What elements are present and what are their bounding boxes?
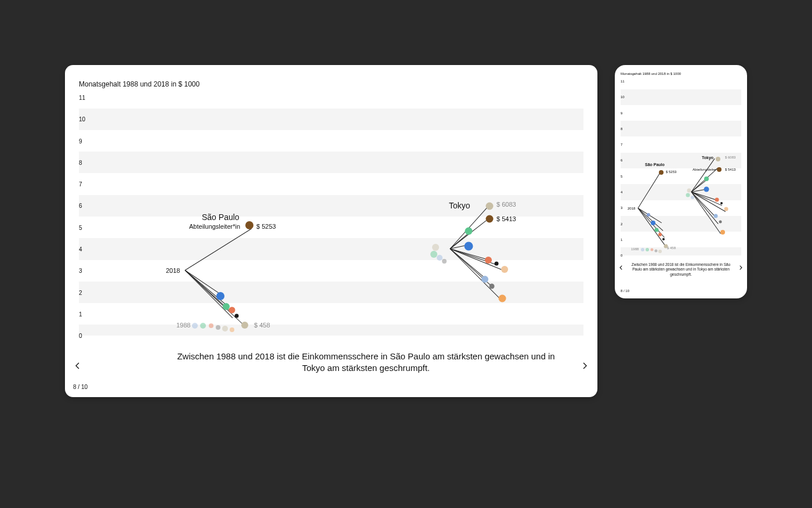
y-tick: 5 (79, 224, 82, 230)
tokyo-dot-1988 (432, 244, 439, 251)
desktop-preview: Monatsgehalt 1988 und 2018 in $ 1000 11 … (65, 65, 597, 397)
y-tick: 3 (621, 206, 622, 210)
tk-dot-m (714, 214, 718, 218)
tk-dot-black (495, 262, 499, 266)
tk-dot-m (704, 176, 709, 181)
y-tick: 0 (79, 333, 82, 339)
sp-dot-1988-m (646, 248, 649, 251)
tk-dot-1988-m (691, 196, 694, 199)
y-tick: 2 (79, 289, 82, 296)
tk-dot-peach (501, 266, 508, 273)
tk-dot-m (716, 157, 720, 161)
y-tick: 6 (621, 158, 622, 162)
sp-dot-m (655, 228, 659, 232)
y-tick: 10 (621, 95, 625, 99)
grid-stripe (79, 152, 583, 173)
grid-stripe (621, 121, 741, 136)
tk-dot-m (715, 198, 719, 202)
sp-dot-tan (241, 322, 248, 329)
sp-dot-red (229, 307, 235, 314)
y-tick: 11 (79, 95, 85, 101)
sp-dot-1988 (216, 325, 220, 330)
chart-area-desktop: 11 10 9 8 7 6 5 4 3 2 1 0 2018 1988 São … (79, 98, 583, 336)
chart-title: Monatsgehalt 1988 und 2018 in $ 1000 (79, 80, 200, 88)
tk-dot-1988-m (687, 189, 691, 193)
year-label-1988-mobile: 1988 (631, 247, 639, 251)
city-label-sao-paulo: São Paulo (202, 212, 240, 222)
tk-dot-m (724, 207, 728, 211)
y-tick: 3 (79, 268, 82, 274)
tk-dot-m (717, 167, 722, 172)
role-label-abt: Abteilungsleiter*in (189, 223, 240, 230)
tokyo-dot-1988 (442, 259, 447, 264)
sp-dot-m (659, 170, 664, 175)
chart-title-mobile: Monatsgehalt 1988 und 2018 in $ 1000 (621, 72, 681, 75)
tk-dot-1988-m (686, 193, 690, 197)
tk-dot-m (720, 202, 723, 204)
next-button-mobile[interactable] (737, 264, 745, 272)
chart-area-mobile: 11 10 9 8 7 6 5 4 3 2 1 0 2018 1988 São … (621, 81, 741, 255)
grid-stripe (621, 153, 741, 168)
sp-dot-1988-m (658, 250, 662, 253)
sp-dot-1988 (209, 323, 213, 328)
sp-dot-m (664, 244, 668, 248)
y-tick: 6 (79, 203, 82, 209)
grid-stripe (621, 184, 741, 200)
y-tick: 7 (621, 143, 622, 146)
grid-stripe (79, 109, 583, 130)
sp-dot-m (662, 238, 665, 240)
grid-stripe (621, 89, 741, 105)
value-label-tokyo-next: $ 5413 (496, 215, 516, 222)
tk-dot-m (704, 187, 709, 192)
next-button[interactable] (578, 359, 592, 373)
val-tk-next-mobile: $ 5413 (725, 168, 735, 171)
y-tick: 7 (79, 181, 82, 188)
y-tick: 4 (621, 190, 622, 194)
tk-dot-m (719, 221, 722, 224)
sp-dot-abteilungsleiter (245, 221, 253, 229)
tk-dot-brown (486, 215, 494, 223)
val-sp-low-mobile: $ 458 (667, 246, 676, 250)
y-tick: 5 (621, 175, 622, 178)
tk-dot-lblue (481, 276, 488, 283)
chevron-right-icon (738, 265, 743, 270)
y-tick: 11 (621, 80, 625, 83)
year-label-2018: 2018 (166, 267, 180, 274)
mobile-preview: Monatsgehalt 1988 und 2018 in $ 1000 11 … (615, 65, 747, 298)
y-tick: 1 (79, 311, 82, 317)
chart-caption: Zwischen 1988 und 2018 ist die Einkommen… (169, 351, 563, 374)
sp-dot-m (647, 213, 650, 217)
grid-stripe (79, 282, 583, 303)
y-tick: 9 (621, 111, 622, 115)
value-label-tokyo-top: $ 6083 (496, 201, 516, 208)
tk-dot-blue (465, 242, 473, 251)
y-tick: 9 (79, 138, 82, 144)
city-label-sp-mobile: São Paulo (645, 163, 665, 167)
value-label-sp-top: $ 5253 (256, 223, 276, 230)
city-label-tk-mobile: Tokyo (702, 156, 713, 160)
sp-dot-black (235, 314, 239, 318)
val-tk-top-mobile: $ 6083 (725, 156, 735, 159)
chevron-right-icon (581, 362, 588, 369)
y-tick: 4 (79, 246, 82, 252)
y-tick: 0 (621, 254, 622, 257)
chart-caption-mobile: Zwischen 1988 und 2018 ist die Einkommen… (628, 262, 734, 277)
tk-dot-grey (490, 284, 495, 289)
year-label-1988: 1988 (176, 322, 190, 329)
chevron-left-icon (74, 362, 81, 369)
sp-dot-1988 (200, 323, 206, 329)
y-tick: 8 (621, 127, 622, 131)
tk-dot-m (720, 230, 725, 235)
sp-dot-1988 (192, 323, 198, 329)
city-label-tokyo: Tokyo (449, 201, 470, 210)
value-label-sp-low: $ 458 (254, 322, 270, 329)
y-tick: 10 (79, 116, 85, 123)
prev-button-mobile[interactable] (617, 264, 625, 272)
sp-dot-1988-m (655, 250, 658, 253)
y-tick: 2 (621, 222, 622, 226)
sp-dot-m (651, 221, 655, 225)
tk-dot-orange (499, 295, 506, 302)
val-sp-mobile: $ 5253 (666, 170, 676, 174)
sp-dot-1988 (222, 326, 228, 332)
prev-button[interactable] (71, 359, 85, 373)
